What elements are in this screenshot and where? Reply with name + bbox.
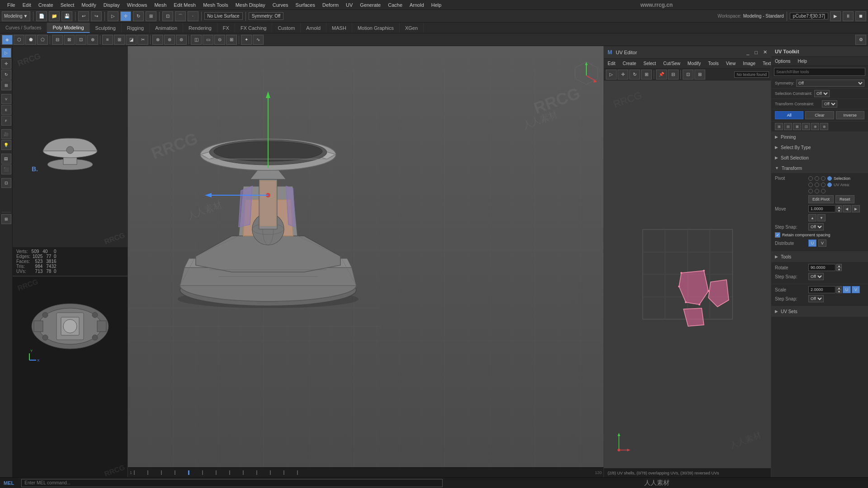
soft-selection-header[interactable]: ▶ Soft Selection (771, 153, 868, 163)
uv-menu-image[interactable]: Image (741, 60, 757, 67)
pause-icon[interactable]: ⏸ (843, 11, 854, 21)
scale-icon[interactable]: ⊞ (146, 11, 156, 21)
clear-button[interactable]: Clear (805, 111, 834, 119)
select-icon[interactable]: ▷ (108, 11, 118, 21)
snap-grid-icon[interactable]: ⊡ (162, 11, 173, 21)
menu-generate[interactable]: Generate (356, 1, 384, 9)
tab-custom[interactable]: Custom (272, 23, 301, 33)
stop-icon[interactable]: ⏹ (855, 11, 866, 21)
tab-animation[interactable]: Animation (150, 23, 183, 33)
scale-value-box[interactable]: 2.0000 (808, 286, 835, 293)
symmetrize-icon[interactable]: ⊝ (214, 35, 225, 45)
rotate-icon[interactable]: ↻ (133, 11, 144, 21)
no-live-surface-label[interactable]: No Live Surface (204, 12, 243, 20)
pr3-radio-2[interactable] (815, 189, 819, 193)
paint-select-icon[interactable]: ⬟ (25, 35, 36, 45)
menu-select[interactable]: Select (57, 1, 78, 9)
tab-xgen[interactable]: XGen (400, 23, 424, 33)
tab-fx[interactable]: FX (217, 23, 235, 33)
menu-windows[interactable]: Windows (123, 1, 151, 9)
snap-point-icon[interactable]: · (188, 11, 198, 21)
uv-tk-help[interactable]: Help (796, 58, 809, 64)
slide-edge-icon[interactable]: ⊜ (176, 35, 187, 45)
verts-btn[interactable]: V (1, 94, 11, 104)
pinning-header[interactable]: ▶ Pinning (771, 132, 868, 142)
scale-step-down[interactable]: ▼ (836, 290, 842, 293)
move-icon[interactable]: ✛ (120, 11, 131, 21)
uv-editor-close[interactable]: ✕ (763, 49, 767, 55)
move-sidebar-btn[interactable]: ✛ (1, 59, 11, 69)
distribute-u-btn[interactable]: U (808, 239, 816, 247)
menu-mesh-display[interactable]: Mesh Display (232, 1, 269, 9)
select-sidebar-btn[interactable]: ▷ (1, 48, 11, 58)
menu-mesh[interactable]: Mesh (151, 1, 170, 9)
pr3-radio-3[interactable] (821, 189, 826, 193)
layout-btn[interactable]: ⊞ (1, 214, 11, 224)
scale-step-up[interactable]: ▲ (836, 286, 842, 290)
snap-btn[interactable]: ⊡ (1, 178, 11, 188)
sculpt-icon[interactable]: ✦ (241, 35, 252, 45)
tab-rendering[interactable]: Rendering (183, 23, 217, 33)
edit-pivot-btn[interactable]: Edit Pivot (808, 195, 834, 203)
save-file-icon[interactable]: 💾 (61, 11, 72, 21)
menu-surfaces[interactable]: Surfaces (292, 1, 319, 9)
uv-menu-create[interactable]: Create (621, 60, 638, 67)
grid-btn-5[interactable]: ⊕ (811, 123, 819, 130)
lasso-select-icon[interactable]: ⬡ (14, 35, 24, 45)
new-file-icon[interactable]: 📄 (36, 11, 47, 21)
relax-icon[interactable]: ∿ (253, 35, 264, 45)
uv-menu-select[interactable]: Select (642, 60, 658, 67)
grid-btn-2[interactable]: ⊟ (784, 123, 792, 130)
symmetry-select[interactable]: Off (796, 80, 864, 87)
mel-input[interactable] (21, 479, 442, 487)
pivot-radio-2[interactable] (815, 176, 819, 181)
scale-v-btn[interactable]: V (852, 286, 860, 293)
settings-icon[interactable]: ⚙ (855, 35, 866, 45)
menu-arnold[interactable]: Arnold (406, 1, 428, 9)
menu-curves[interactable]: Curves (269, 1, 292, 9)
retain-spacing-checkbox[interactable] (775, 232, 780, 238)
redo-icon[interactable]: ↪ (91, 11, 102, 21)
move-step-down[interactable]: ▼ (836, 209, 842, 212)
merge-icon[interactable]: ⊡ (75, 35, 86, 45)
rotate-step-up[interactable]: ▲ (836, 264, 842, 267)
tools-header[interactable]: ▶ Tools (771, 252, 868, 262)
soft-select-icon[interactable]: ⬠ (37, 35, 48, 45)
rotate-value-box[interactable]: 90.0000 (808, 264, 835, 271)
menu-edit-mesh[interactable]: Edit Mesh (170, 1, 199, 9)
transform-constraint-select[interactable]: Off (822, 100, 837, 108)
mirror-icon[interactable]: ⊞ (226, 35, 237, 45)
symmetry-label[interactable]: Symmetry: Off (249, 12, 284, 20)
menu-uv[interactable]: UV (342, 1, 356, 9)
nav-cube[interactable] (573, 60, 600, 87)
uv-menu-cutsew[interactable]: Cut/Sew (661, 60, 682, 67)
transform-header[interactable]: ▼ Transform (771, 163, 868, 173)
menu-help[interactable]: Help (428, 1, 445, 9)
uv-menu-view[interactable]: View (724, 60, 738, 67)
distribute-v-btn[interactable]: V (818, 239, 826, 247)
tab-curves-surfaces[interactable]: Curves / Surfaces (0, 23, 47, 33)
scale-u-btn[interactable]: U (843, 286, 851, 293)
wireframe-btn[interactable]: ⬛ (1, 164, 11, 174)
step-snap-select[interactable]: Off (808, 223, 824, 230)
flatten-icon[interactable]: ▭ (203, 35, 213, 45)
move-down-icon[interactable]: ▼ (817, 214, 826, 221)
uv-rotate-icon[interactable]: ↻ (629, 70, 640, 80)
viewport-canvas[interactable]: RRCG RRCG 人人素材 人人素材 (128, 46, 604, 477)
uv-area-radio-3[interactable] (821, 183, 826, 187)
light-btn[interactable]: 💡 (1, 140, 11, 150)
faces-btn[interactable]: F (1, 116, 11, 126)
connect-icon[interactable]: ⊗ (152, 35, 163, 45)
tab-sculpting[interactable]: Sculpting (90, 23, 122, 33)
search-input[interactable] (774, 68, 865, 76)
uv-pin-icon[interactable]: 📌 (656, 70, 667, 80)
undo-icon[interactable]: ↩ (78, 11, 89, 21)
scale-step-snap-select[interactable]: Off (808, 295, 824, 302)
snap-curve-icon[interactable]: ⌒ (175, 11, 186, 21)
uv-checker-toggle[interactable]: ⊞ (694, 70, 705, 80)
grid-btn-1[interactable]: ⊞ (775, 123, 783, 130)
3d-viewport[interactable]: View Shading Lighting Show Renderer Pane… (128, 46, 604, 477)
menu-mesh-tools[interactable]: Mesh Tools (199, 1, 231, 9)
move-right-icon[interactable]: ▶ (852, 205, 860, 212)
move-up-icon[interactable]: ▲ (808, 214, 816, 221)
